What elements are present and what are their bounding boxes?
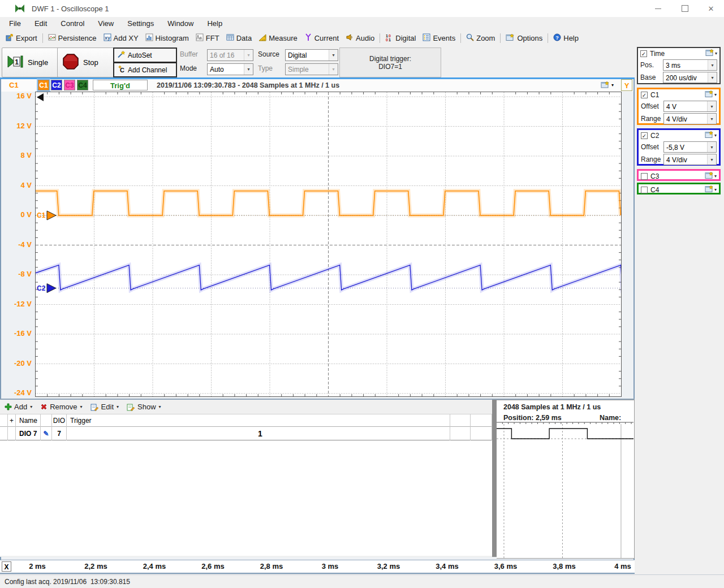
type-select[interactable]: Simple▾ <box>285 63 338 75</box>
title-bar: DWF 1 - Oscilloscope 1 ✕ <box>0 0 724 18</box>
y-axis-button[interactable]: Y <box>621 79 632 91</box>
toolbar-fft-button[interactable]: FFT <box>192 32 223 44</box>
acquisition-info: 2019/11/06 13:09:30.783 - 2048 Samples a… <box>157 81 339 89</box>
x-tick-label: 2,8 ms <box>260 562 283 570</box>
chevron-down-icon: ▾ <box>244 64 253 75</box>
toolbar-data-button[interactable]: Data <box>223 32 255 44</box>
digital-add-button[interactable]: Add▾ <box>5 403 32 411</box>
c2-options-button[interactable]: ▾ <box>705 131 717 140</box>
chevron-down-icon: ▾ <box>714 92 717 97</box>
gear-icon <box>705 90 714 100</box>
single-button[interactable]: 1 Single <box>2 47 66 77</box>
panel-c1: ✓C1▾Offset4 V▾Range4 V/div▾ <box>637 88 721 125</box>
x-tick-label: 3 ms <box>322 562 339 570</box>
dio7-preview-waveform[interactable] <box>497 422 634 558</box>
toolbar-audio-button[interactable]: Audio <box>342 32 378 44</box>
menu-control[interactable]: Control <box>54 17 91 31</box>
time-pos-select[interactable]: 3 ms▾ <box>663 59 717 71</box>
offset-marker-c1[interactable] <box>47 211 56 220</box>
waveforms-logo-icon <box>15 3 25 16</box>
buffer-select[interactable]: 16 of 16▾ <box>207 49 253 61</box>
channel-tab-c1[interactable]: C1 <box>38 80 49 90</box>
chevron-down-icon: ▾ <box>708 60 717 70</box>
time-options-button[interactable]: ▾ <box>705 49 717 58</box>
c2-offset-select[interactable]: -5,8 V▾ <box>663 141 717 153</box>
toolbar-digital-button[interactable]: 1001Digital <box>382 32 419 44</box>
menu-window[interactable]: Window <box>161 17 200 31</box>
toolbar-measure-button[interactable]: Measure <box>255 32 301 44</box>
c1-range-select[interactable]: 4 V/div▾ <box>663 113 717 124</box>
pencil-icon[interactable]: ✎ <box>41 427 52 440</box>
toolbar-current-button[interactable]: Current <box>301 32 342 44</box>
addxy-icon: xy <box>104 33 111 43</box>
trigger-position-marker[interactable] <box>37 93 44 101</box>
menu-help[interactable]: Help <box>200 17 229 31</box>
plot-options-button[interactable]: ▾ <box>601 81 614 89</box>
toolbar-help-button[interactable]: ?Help <box>550 32 582 44</box>
channel-tab-c3[interactable]: C3 <box>64 80 75 90</box>
c2-range_label: Range <box>641 155 662 163</box>
x-tick-label: 4 ms <box>614 562 631 570</box>
time-base_label: Base <box>640 74 662 81</box>
scope-waveform-svg[interactable]: C1C2 <box>36 92 621 396</box>
scope-area: C1 C1C2C3C4 Trig'd 2019/11/06 13:09:30.7… <box>0 79 635 574</box>
toolbar-export-button[interactable]: Export <box>2 32 41 44</box>
c4-checkbox[interactable] <box>641 187 648 193</box>
menu-settings[interactable]: Settings <box>120 17 161 31</box>
digital-show-button[interactable]: Show▾ <box>127 403 161 411</box>
c2-offset_label: Offset <box>641 143 662 151</box>
digital-remove-button[interactable]: Remove▾ <box>40 403 82 411</box>
c1-checkbox[interactable]: ✓ <box>641 92 648 98</box>
menu-view[interactable]: View <box>91 17 120 31</box>
pane-splitter[interactable] <box>492 400 497 557</box>
mode-select[interactable]: Auto▾ <box>207 63 253 75</box>
toolbar-persistence-button[interactable]: Persistence <box>45 32 100 44</box>
y-tick-label: -12 V <box>2 300 32 308</box>
table-row-dio-7[interactable]: DIO 7✎71 <box>0 427 492 440</box>
digital-signal-table: +NameDIOTriggerDIO 7✎71 <box>0 414 492 556</box>
toolbar-separator <box>548 33 548 43</box>
minimize-button[interactable] <box>645 0 671 17</box>
c2-checkbox[interactable]: ✓ <box>641 132 648 139</box>
toolbar-zoom-button[interactable]: Zoom <box>463 32 498 44</box>
c1-options-button[interactable]: ▾ <box>705 90 717 100</box>
current-icon <box>304 33 312 43</box>
show-icon <box>127 403 135 411</box>
scope-plot[interactable]: C1C2 <box>35 92 622 397</box>
c2-range-select[interactable]: 4 V/div▾ <box>663 154 717 165</box>
channel-tab-c4[interactable]: C4 <box>77 80 88 90</box>
toolbar-separator <box>460 33 461 43</box>
status-text: Config last acq. 2019/11/06 13:09:30.815 <box>5 578 130 586</box>
c3-options-button[interactable]: ▾ <box>705 171 717 181</box>
autoset-button[interactable]: AutoSet <box>113 47 177 63</box>
offset-marker-c2[interactable] <box>47 284 56 293</box>
add-channel-button[interactable]: C Add Channel <box>113 62 177 77</box>
chevron-down-icon: ▾ <box>708 72 717 83</box>
chevron-down-icon: ▾ <box>329 50 338 60</box>
source-select[interactable]: Digital▾ <box>285 49 338 61</box>
stop-button[interactable]: Stop <box>57 47 121 77</box>
header-cell: + <box>8 414 16 427</box>
toolbar-events-button[interactable]: Events <box>419 32 459 44</box>
c3-checkbox[interactable] <box>641 173 648 180</box>
close-button[interactable]: ✕ <box>698 0 724 17</box>
c1-label: C1 <box>650 91 659 99</box>
c4-options-button[interactable]: ▾ <box>705 185 717 194</box>
time-base-select[interactable]: 200 us/div▾ <box>663 72 717 83</box>
time-checkbox[interactable]: ✓ <box>640 50 647 57</box>
toolbar-add-xy-button[interactable]: xyAdd XY <box>100 32 142 44</box>
toolbar-options-button[interactable]: Options <box>502 32 546 44</box>
toolbar-histogram-button[interactable]: Histogram <box>142 32 192 44</box>
x-axis-button[interactable]: X <box>2 561 11 572</box>
measure-icon <box>258 33 266 43</box>
menu-edit[interactable]: Edit <box>28 17 54 31</box>
digital-edit-button[interactable]: Edit▾ <box>90 403 119 411</box>
panel-c3: C3▾ <box>637 169 721 181</box>
y-tick-label: -8 V <box>2 270 32 278</box>
y-tick-label: -4 V <box>2 240 32 249</box>
add-channel-icon: C <box>117 65 125 75</box>
menu-file[interactable]: File <box>2 17 28 31</box>
c1-offset-select[interactable]: 4 V▾ <box>663 101 717 112</box>
maximize-button[interactable] <box>672 0 698 17</box>
channel-tab-c2[interactable]: C2 <box>51 80 62 90</box>
